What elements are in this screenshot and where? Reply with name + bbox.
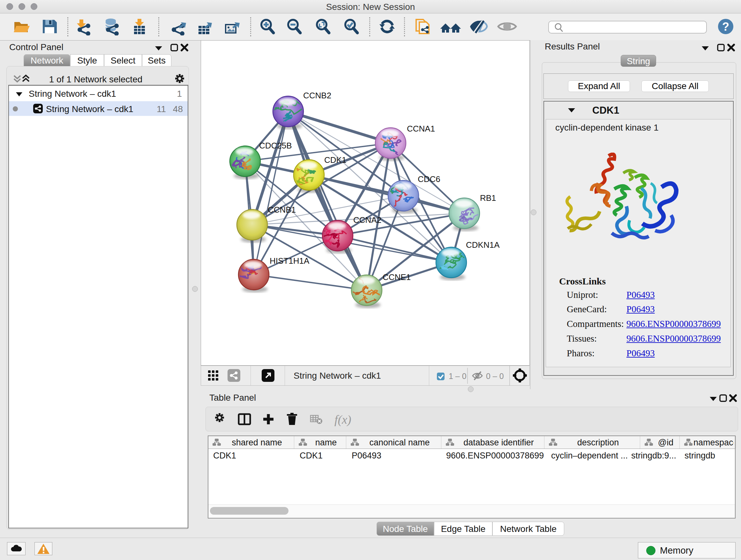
svg-text:RB1: RB1: [480, 193, 496, 203]
svg-text:CDKN1A: CDKN1A: [466, 240, 500, 250]
svg-text:CCNB1: CCNB1: [268, 205, 296, 214]
svg-text:?: ?: [722, 20, 729, 33]
svg-text:CDC6: CDC6: [418, 174, 441, 184]
svg-text:CDC25B: CDC25B: [259, 141, 292, 150]
svg-text:HIST1H1A: HIST1H1A: [270, 256, 310, 266]
svg-text:CCNA1: CCNA1: [407, 124, 435, 133]
svg-text:CDK1: CDK1: [324, 155, 346, 165]
svg-text:CCNE1: CCNE1: [383, 272, 411, 282]
svg-text:CCNB2: CCNB2: [303, 91, 331, 100]
svg-text:CCNA2: CCNA2: [353, 215, 381, 225]
